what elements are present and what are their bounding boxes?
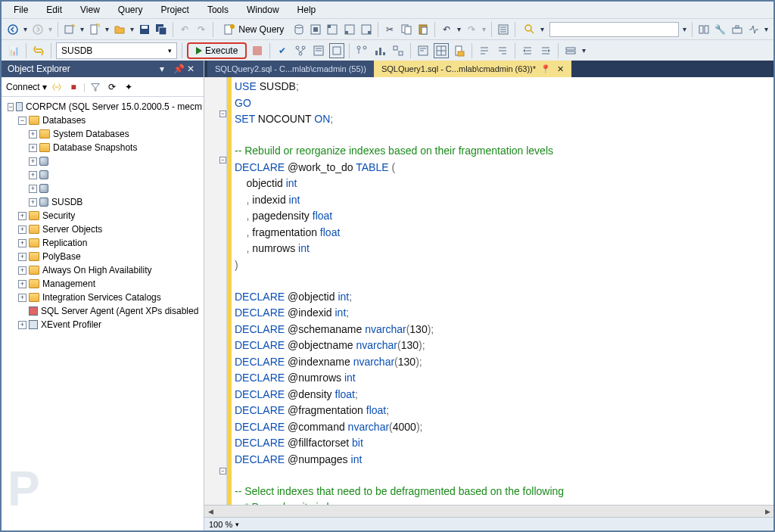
stop-icon[interactable]: ■ bbox=[67, 80, 80, 94]
save-icon[interactable] bbox=[138, 22, 151, 37]
tree-server[interactable]: −CORPCM (SQL Server 15.0.2000.5 - mecm bbox=[3, 100, 202, 114]
open-drop[interactable]: ▾ bbox=[129, 25, 135, 33]
tree-server-objects[interactable]: +Server Objects bbox=[3, 222, 202, 236]
code-editor[interactable]: − − − USE SUSDB; GO SET NOCOUNT ON; -- R… bbox=[204, 77, 773, 505]
cancel-query-button[interactable] bbox=[250, 43, 265, 58]
scroll-right-icon[interactable]: ▶ bbox=[761, 506, 773, 518]
redo2-drop[interactable]: ▾ bbox=[481, 25, 487, 33]
nav-back-icon[interactable] bbox=[6, 22, 20, 37]
connect-button[interactable]: Connect ▾ bbox=[6, 82, 47, 92]
redo-icon[interactable]: ↷ bbox=[195, 22, 208, 37]
toolbox-icon[interactable] bbox=[730, 22, 744, 37]
specify-values-drop[interactable]: ▾ bbox=[581, 46, 587, 54]
open-icon[interactable] bbox=[113, 22, 126, 37]
indent-icon[interactable] bbox=[520, 43, 535, 58]
refresh-icon[interactable]: ⟳ bbox=[105, 80, 119, 94]
pin-tab-icon[interactable]: 📍 bbox=[540, 64, 551, 74]
window-position-icon[interactable]: ▾ bbox=[160, 64, 170, 74]
undo2-drop[interactable]: ▾ bbox=[456, 25, 462, 33]
nav-fwd-icon[interactable] bbox=[31, 22, 45, 37]
tab-sqlquery2[interactable]: SQLQuery2.sql - C...mlab\cmadmin (55)) bbox=[207, 61, 374, 77]
redo2-icon[interactable]: ↷ bbox=[465, 22, 478, 37]
search-icon[interactable]: ✦ bbox=[122, 80, 135, 94]
mdx-query-icon[interactable] bbox=[325, 22, 339, 37]
menu-edit[interactable]: Edit bbox=[39, 3, 70, 17]
code-content[interactable]: USE SUSDB; GO SET NOCOUNT ON; -- Rebuild… bbox=[232, 77, 773, 505]
activity-icon[interactable] bbox=[747, 22, 761, 37]
cut-icon[interactable]: ✂ bbox=[383, 22, 397, 37]
tree-db-blank3[interactable]: + bbox=[3, 182, 202, 195]
menu-help[interactable]: Help bbox=[290, 3, 324, 17]
tree-db-snapshots[interactable]: +Database Snapshots bbox=[3, 141, 202, 154]
quick-launch-icon[interactable] bbox=[523, 22, 537, 37]
execute-button[interactable]: Execute bbox=[187, 42, 247, 59]
copy-icon[interactable] bbox=[400, 22, 413, 37]
nav-back-drop[interactable]: ▾ bbox=[23, 25, 28, 33]
quick-launch-combo-drop[interactable]: ▾ bbox=[682, 25, 687, 33]
outline-toggle[interactable]: − bbox=[219, 110, 226, 117]
quick-launch-input[interactable] bbox=[549, 22, 679, 37]
xmla-query-icon[interactable] bbox=[359, 22, 373, 37]
comment-icon[interactable] bbox=[477, 43, 492, 58]
results-text-icon[interactable] bbox=[416, 43, 431, 58]
specify-values-icon[interactable] bbox=[563, 43, 578, 58]
query-options-icon[interactable] bbox=[311, 43, 326, 58]
paste-icon[interactable] bbox=[416, 22, 430, 37]
menu-window[interactable]: Window bbox=[239, 3, 287, 17]
tree-replication[interactable]: +Replication bbox=[3, 236, 202, 250]
results-grid-icon[interactable] bbox=[434, 43, 449, 58]
close-tab-icon[interactable]: ✕ bbox=[557, 64, 564, 74]
change-conn-icon[interactable] bbox=[31, 43, 46, 58]
activity-drop[interactable]: ▾ bbox=[764, 25, 769, 33]
undo2-icon[interactable]: ↶ bbox=[440, 22, 453, 37]
quick-launch-drop[interactable]: ▾ bbox=[540, 25, 545, 33]
tree-db-blank2[interactable]: + bbox=[3, 168, 202, 182]
as-query-icon[interactable] bbox=[309, 22, 322, 37]
menu-file[interactable]: File bbox=[6, 3, 36, 17]
display-plan-icon[interactable] bbox=[293, 43, 308, 58]
menu-view[interactable]: View bbox=[73, 3, 107, 17]
menu-project[interactable]: Project bbox=[154, 3, 197, 17]
zoom-level[interactable]: 100 % bbox=[209, 520, 232, 529]
horizontal-scrollbar[interactable]: ◀ ▶ bbox=[204, 505, 773, 517]
new-project-drop[interactable]: ▾ bbox=[79, 25, 85, 33]
tree-integration-catalogs[interactable]: +Integration Services Catalogs bbox=[3, 291, 202, 304]
results-file-icon[interactable] bbox=[452, 43, 467, 58]
uncomment-icon[interactable] bbox=[495, 43, 510, 58]
new-project-icon[interactable] bbox=[63, 22, 76, 37]
save-all-icon[interactable] bbox=[154, 22, 168, 37]
intellisense-icon[interactable] bbox=[329, 43, 344, 58]
tree-db-blank1[interactable]: + bbox=[3, 154, 202, 168]
registered-servers-icon[interactable] bbox=[697, 22, 711, 37]
parse-icon[interactable]: ✔ bbox=[275, 43, 290, 58]
tree-sql-agent[interactable]: SQL Server Agent (Agent XPs disabled bbox=[3, 304, 202, 318]
wrench-icon[interactable]: 🔧 bbox=[714, 22, 727, 37]
nav-fwd-drop[interactable]: ▾ bbox=[48, 25, 53, 33]
db-query-icon[interactable] bbox=[292, 22, 306, 37]
tree-polybase[interactable]: +PolyBase bbox=[3, 250, 202, 263]
close-icon[interactable]: ✕ bbox=[187, 64, 198, 74]
tree-always-on[interactable]: +Always On High Availability bbox=[3, 263, 202, 277]
database-combo[interactable]: SUSDB ▾ bbox=[56, 42, 177, 59]
client-stats-icon[interactable] bbox=[391, 43, 406, 58]
new-file-drop[interactable]: ▾ bbox=[104, 25, 110, 33]
tree-db-susdb[interactable]: +SUSDB bbox=[3, 195, 202, 209]
menu-tools[interactable]: Tools bbox=[200, 3, 236, 17]
undo-icon[interactable]: ↶ bbox=[178, 22, 191, 37]
tree-management[interactable]: +Management bbox=[3, 277, 202, 291]
filter-icon[interactable] bbox=[89, 80, 102, 94]
tree-xevent-profiler[interactable]: +XEvent Profiler bbox=[3, 318, 202, 331]
properties-icon[interactable] bbox=[496, 22, 510, 37]
scroll-left-icon[interactable]: ◀ bbox=[204, 506, 216, 518]
outdent-icon[interactable] bbox=[538, 43, 553, 58]
disconnect-icon[interactable] bbox=[50, 80, 64, 94]
menu-query[interactable]: Query bbox=[110, 3, 151, 17]
new-query-button[interactable]: New Query bbox=[218, 21, 289, 38]
outline-toggle[interactable]: − bbox=[219, 157, 226, 163]
zoom-drop-icon[interactable]: ▾ bbox=[235, 521, 239, 528]
tree-security[interactable]: +Security bbox=[3, 209, 202, 222]
outline-toggle[interactable]: − bbox=[219, 468, 226, 474]
tab-sqlquery1[interactable]: SQLQuery1.sql - C...mlab\cmadmin (63))* … bbox=[374, 61, 571, 77]
include-plan-icon[interactable] bbox=[354, 43, 369, 58]
live-stats-icon[interactable] bbox=[372, 43, 388, 58]
